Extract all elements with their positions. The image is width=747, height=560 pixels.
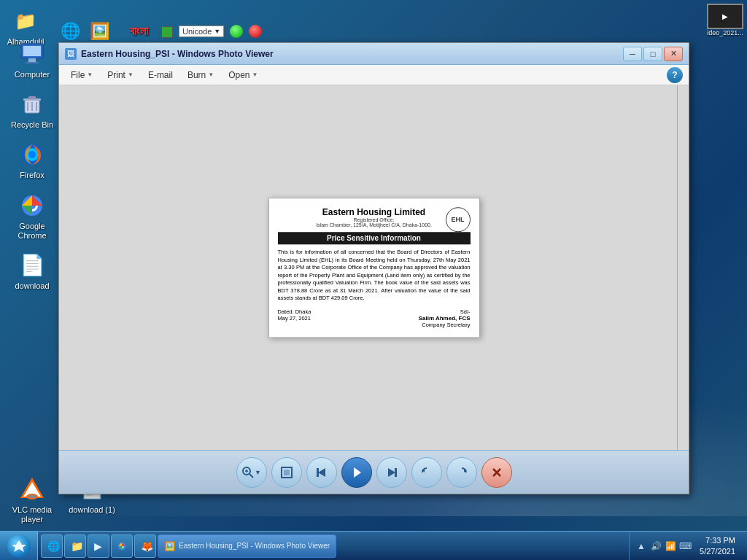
doc-header: Eastern Housing Limited Registered Offic… (278, 207, 471, 228)
green-indicator-icon (230, 25, 243, 38)
file-menu[interactable]: File ▼ (65, 67, 98, 83)
next-button[interactable] (376, 457, 407, 488)
unicode-dropdown[interactable]: Unicode ▼ (179, 26, 224, 37)
photo-viewer-window: 🖼 Eastern Housing_PSI - Windows Photo Vi… (58, 42, 689, 494)
open-menu[interactable]: Open ▼ (222, 67, 263, 83)
taskbar-chrome[interactable] (111, 534, 133, 558)
desktop: 📁 Alhamdulillah 🌐 🖼️ বাংলা Unicode ▼ ▶ i… (0, 0, 747, 560)
maximize-button[interactable]: □ (643, 47, 662, 61)
taskbar-explorer[interactable]: 📁 (64, 534, 86, 558)
system-clock[interactable]: 7:33 PM 5/27/2021 (694, 535, 741, 556)
taskbar-ie[interactable]: 🌐 (41, 534, 63, 558)
download-file-icon[interactable]: 📄 download (6, 248, 58, 294)
photo-viewer-content: Eastern Housing Limited Registered Offic… (59, 85, 689, 450)
document-body-text: This is for information of all concerned… (278, 249, 471, 303)
burn-menu[interactable]: Burn ▼ (182, 67, 220, 83)
minimize-button[interactable]: ─ (623, 47, 642, 61)
svg-rect-23 (317, 468, 319, 477)
print-menu[interactable]: Print ▼ (101, 67, 139, 83)
svg-rect-3 (26, 62, 39, 63)
taskbar-firefox[interactable]: 🦊 (134, 534, 156, 558)
recycle-bin-icon[interactable]: Recycle Bin (6, 87, 58, 133)
red-indicator-icon (249, 25, 262, 38)
close-button[interactable]: ✕ (664, 47, 683, 61)
desktop-icons-column: Computer Recycle Bin (6, 36, 58, 294)
svg-marker-35 (12, 540, 26, 552)
tray-arrow-icon[interactable]: ▲ (635, 540, 647, 552)
play-slideshow-button[interactable] (341, 457, 372, 488)
bengali-text: বাংলা (130, 25, 148, 38)
svg-rect-2 (28, 58, 36, 62)
svg-rect-1 (23, 46, 41, 56)
tray-network-icon[interactable]: 📶 (665, 540, 676, 552)
taskbar-media[interactable]: ▶ (88, 534, 109, 558)
svg-rect-21 (284, 470, 290, 475)
company-logo: EHL (446, 207, 471, 232)
photo-viewer-titlebar: 🖼 Eastern Housing_PSI - Windows Photo Vi… (59, 43, 689, 65)
ie-shortcut-icon[interactable]: 🌐 (61, 22, 80, 41)
open-menu-arrow: ▼ (252, 71, 258, 78)
previous-button[interactable] (306, 457, 337, 488)
unicode-box-icon (161, 25, 173, 38)
taskbar-items: 🌐 📁 ▶ (38, 532, 629, 560)
taskbar: 🌐 📁 ▶ (0, 531, 747, 560)
svg-rect-26 (395, 468, 397, 477)
google-chrome-icon[interactable]: Google Chrome (6, 188, 58, 244)
window-controls: ─ □ ✕ (623, 47, 683, 61)
document-signature: Dated: Dhaka May 27, 2021 Sd/- Salim Ahm… (278, 308, 471, 328)
svg-point-34 (28, 494, 36, 498)
help-button[interactable]: ? (667, 67, 683, 83)
document-image: Eastern Housing Limited Registered Offic… (268, 198, 480, 338)
email-menu[interactable]: E-mail (142, 67, 179, 83)
print-menu-arrow: ▼ (128, 71, 133, 78)
video-thumbnail-icon[interactable]: ▶ ideo_2021... (707, 4, 743, 36)
system-tray: ▲ 🔊 📶 ⌨ 7:33 PM 5/27/2021 (629, 532, 747, 560)
rotate-left-button[interactable] (411, 457, 442, 488)
viewer-scrollbar[interactable] (677, 85, 689, 450)
registered-office-label: Registered Office: (278, 217, 471, 222)
file-menu-arrow: ▼ (87, 71, 93, 78)
photo-shortcut-icon[interactable]: 🖼️ (90, 22, 109, 41)
zoom-button[interactable]: ▼ (236, 457, 267, 488)
svg-point-12 (28, 151, 36, 158)
svg-marker-24 (354, 467, 361, 478)
computer-icon[interactable]: Computer (6, 36, 58, 82)
svg-marker-22 (318, 468, 325, 477)
company-address: Islam Chamber, 125/A, Motijheel C/A, Dha… (278, 222, 471, 228)
svg-rect-6 (28, 96, 36, 99)
start-orb-icon (7, 534, 31, 558)
signature-left: Dated: Dhaka May 27, 2021 (278, 308, 311, 328)
vlc-icon[interactable]: VLC media player (6, 472, 58, 527)
svg-line-17 (249, 474, 253, 478)
fit-to-window-button[interactable] (271, 457, 302, 488)
price-sensitive-banner: Price Sensitive Information (278, 232, 471, 244)
burn-menu-arrow: ▼ (208, 71, 214, 78)
svg-marker-25 (388, 468, 395, 477)
tray-keyboard-icon[interactable]: ⌨ (679, 540, 691, 552)
viewer-toolbar: ▼ (59, 450, 689, 494)
signature-right: Sd/- Salim Ahmed, FCS Company Secretary (419, 308, 471, 328)
taskbar-photo-viewer[interactable]: 🖼️ Eastern Housing_PSI - Windows Photo V… (158, 534, 336, 558)
menu-bar: File ▼ Print ▼ E-mail Burn ▼ Open ▼ ? (59, 65, 689, 85)
photo-viewer-title: Eastern Housing_PSI - Windows Photo View… (81, 49, 619, 59)
rotate-right-button[interactable] (446, 457, 477, 488)
firefox-icon[interactable]: Firefox (6, 137, 58, 183)
start-button[interactable] (0, 532, 38, 561)
tray-volume-icon[interactable]: 🔊 (650, 540, 662, 552)
company-name: Eastern Housing Limited (278, 207, 471, 217)
photo-viewer-window-icon: 🖼 (65, 48, 77, 60)
delete-button[interactable] (481, 457, 512, 488)
